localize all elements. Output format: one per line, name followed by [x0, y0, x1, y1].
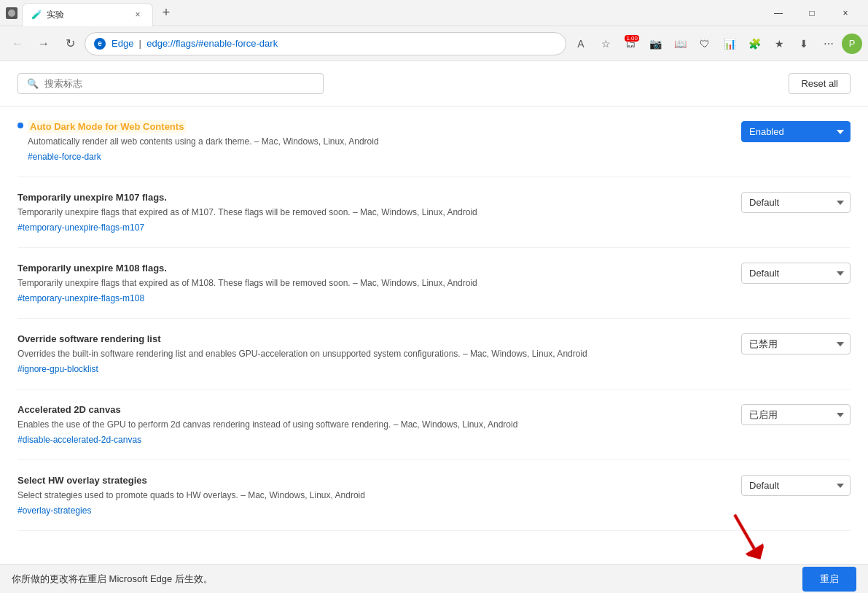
- flag-item-override-software: Override software rendering list Overrid…: [17, 319, 851, 389]
- flag-item-unexpire-m108: Temporarily unexpire M108 flags. Tempora…: [17, 248, 851, 319]
- flag-title: Auto Dark Mode for Web Contents: [28, 120, 186, 133]
- flag-content: Override software rendering list Overrid…: [17, 333, 730, 374]
- close-button[interactable]: ×: [829, 0, 862, 26]
- flag-title: Override software rendering list: [17, 333, 730, 344]
- flag-content: Accelerated 2D canvas Enables the use of…: [17, 404, 730, 445]
- translate-icon[interactable]: A: [569, 32, 593, 55]
- flag-link[interactable]: #overlay-strategies: [17, 505, 91, 516]
- svg-point-0: [8, 9, 15, 17]
- flag-title: Temporarily unexpire M108 flags.: [17, 263, 730, 274]
- flag-link[interactable]: #temporary-unexpire-flags-m108: [17, 293, 144, 303]
- refresh-button[interactable]: ↻: [58, 32, 82, 55]
- restart-message: 你所做的更改将在重启 Microsoft Edge 后生效。: [12, 573, 213, 586]
- flag-content: Select HW overlay strategies Select stra…: [17, 475, 730, 516]
- flag-desc: Temporarily unexpire flags that expired …: [17, 276, 730, 290]
- flag-title: Temporarily unexpire M107 flags.: [17, 192, 730, 203]
- flag-item-hw-overlay: Select HW overlay strategies Select stra…: [17, 460, 851, 531]
- maximize-button[interactable]: □: [795, 0, 829, 26]
- browser-tab[interactable]: 🧪 实验 ×: [22, 3, 153, 26]
- url-full: edge://flags/#enable-force-dark: [146, 38, 278, 49]
- flag-item-auto-dark-mode: Auto Dark Mode for Web Contents Automati…: [17, 106, 851, 177]
- read-icon[interactable]: 📖: [668, 32, 692, 55]
- flag-select-wrap: Enabled Default Disabled: [741, 121, 851, 142]
- flag-link[interactable]: #disable-accelerated-2d-canvas: [17, 435, 141, 445]
- app-icon: [6, 7, 17, 19]
- flag-select-auto-dark-mode[interactable]: Enabled Default Disabled: [741, 121, 851, 142]
- flag-title: Accelerated 2D canvas: [17, 404, 730, 415]
- new-tab-button[interactable]: +: [156, 3, 176, 23]
- flag-link[interactable]: #ignore-gpu-blocklist: [17, 364, 98, 374]
- extensions-icon[interactable]: 🧩: [743, 32, 766, 55]
- flag-select-unexpire-m108[interactable]: Default Enabled Disabled: [741, 263, 851, 284]
- flag-select-wrap: 已禁用 Default 已启用: [741, 333, 851, 354]
- flag-content: Temporarily unexpire M107 flags. Tempora…: [17, 192, 730, 233]
- address-bar[interactable]: e Edge | edge://flags/#enable-force-dark: [85, 32, 566, 55]
- tab-title: 实验: [47, 9, 132, 21]
- flag-bullet: [17, 123, 23, 128]
- search-input[interactable]: [44, 78, 314, 89]
- reset-all-button[interactable]: Reset all: [789, 73, 851, 94]
- flag-content: Temporarily unexpire M108 flags. Tempora…: [17, 263, 730, 303]
- restart-button[interactable]: 重启: [802, 567, 856, 592]
- flag-desc: Select strategies used to promote quads …: [17, 489, 730, 502]
- shield-icon[interactable]: 🛡: [693, 32, 716, 55]
- flag-select-accelerated-2d[interactable]: 已启用 Default 已禁用: [741, 404, 851, 425]
- tab-close-button[interactable]: ×: [132, 9, 144, 20]
- search-icon: 🔍: [27, 78, 39, 89]
- restart-bar: 你所做的更改将在重启 Microsoft Edge 后生效。 重启: [0, 564, 868, 593]
- flag-item-accelerated-2d: Accelerated 2D canvas Enables the use of…: [17, 389, 851, 460]
- flag-link[interactable]: #enable-force-dark: [28, 152, 101, 162]
- titlebar: 🧪 实验 × + — □ ×: [0, 0, 868, 26]
- performance-icon[interactable]: 📊: [718, 32, 741, 55]
- flag-content: Auto Dark Mode for Web Contents Automati…: [28, 121, 730, 162]
- minimize-button[interactable]: —: [762, 0, 795, 26]
- flag-title: Select HW overlay strategies: [17, 475, 730, 486]
- favorites-icon[interactable]: ☆: [594, 32, 617, 55]
- flag-item-unexpire-m107: Temporarily unexpire M107 flags. Tempora…: [17, 177, 851, 248]
- screenshot-icon[interactable]: 📷: [644, 32, 667, 55]
- favorites2-icon[interactable]: ★: [767, 32, 791, 55]
- flag-select-unexpire-m107[interactable]: Default Enabled Disabled: [741, 192, 851, 213]
- addressbar: ← → ↻ e Edge | edge://flags/#enable-forc…: [0, 26, 868, 61]
- search-box[interactable]: 🔍: [17, 73, 324, 94]
- flag-desc: Automatically render all web contents us…: [28, 135, 730, 148]
- edge-logo: e: [94, 38, 106, 50]
- forward-button[interactable]: →: [32, 32, 55, 55]
- address-text: Edge | edge://flags/#enable-force-dark: [112, 38, 278, 49]
- flag-select-wrap: Default Enabled Disabled: [741, 192, 851, 213]
- content-area: 🔍 Reset all Auto Dark Mode for Web Conte…: [0, 61, 868, 564]
- flag-link[interactable]: #temporary-unexpire-flags-m107: [17, 222, 144, 233]
- flag-desc: Overrides the built-in software renderin…: [17, 347, 730, 360]
- profile-icon[interactable]: P: [842, 34, 862, 54]
- badge: 1.00: [625, 35, 639, 42]
- flag-select-wrap: Default Enabled Disabled: [741, 263, 851, 284]
- flag-select-hw-overlay[interactable]: Default Enabled Disabled: [741, 475, 851, 496]
- back-button[interactable]: ←: [6, 32, 29, 55]
- flag-desc: Enables the use of the GPU to perform 2d…: [17, 418, 730, 431]
- flags-header: 🔍 Reset all: [0, 61, 868, 106]
- flag-select-override-software[interactable]: 已禁用 Default 已启用: [741, 333, 851, 354]
- download-icon[interactable]: ⬇: [792, 32, 816, 55]
- flag-desc: Temporarily unexpire flags that expired …: [17, 206, 730, 219]
- toolbar-icons: A ☆ 🗂 1.00 📷 📖 🛡 📊 🧩 ★ ⬇ ⋯ P: [569, 32, 862, 55]
- flag-select-wrap: Default Enabled Disabled: [741, 475, 851, 496]
- window-controls: — □ ×: [762, 0, 862, 26]
- settings-more-icon[interactable]: ⋯: [817, 32, 840, 55]
- browser-name: Edge: [112, 38, 133, 49]
- flags-list: Auto Dark Mode for Web Contents Automati…: [0, 106, 868, 531]
- collections-icon[interactable]: 🗂 1.00: [619, 32, 642, 55]
- flag-select-wrap: 已启用 Default 已禁用: [741, 404, 851, 425]
